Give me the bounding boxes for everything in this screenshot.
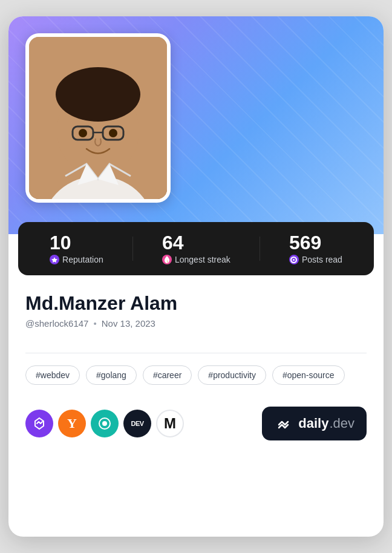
profile-date: Nov 13, 2023 bbox=[102, 318, 155, 329]
tag-webdev[interactable]: #webdev bbox=[25, 365, 80, 385]
posts-value: 569 bbox=[289, 233, 321, 252]
profile-card: 10 Reputation 64 Long bbox=[8, 16, 384, 537]
svg-point-4 bbox=[56, 67, 140, 122]
profile-username: @sherlock6147 bbox=[25, 318, 88, 329]
stat-divider-1 bbox=[132, 237, 133, 261]
stat-streak: 64 Longest streak bbox=[162, 233, 230, 264]
medium-letter: M bbox=[164, 415, 176, 432]
profile-info: Md.Manzer Alam @sherlock6147 • Nov 13, 2… bbox=[8, 275, 384, 341]
avatar bbox=[29, 37, 167, 199]
svg-point-16 bbox=[102, 421, 107, 426]
stat-reputation: 10 Reputation bbox=[50, 233, 103, 264]
streak-text: Longest streak bbox=[175, 255, 230, 264]
profile-name: Md.Manzer Alam bbox=[25, 292, 367, 315]
posts-label: Posts read bbox=[289, 255, 342, 264]
stats-bar: 10 Reputation 64 Long bbox=[18, 222, 374, 275]
stat-posts: 569 Posts read bbox=[289, 233, 342, 264]
reputation-label: Reputation bbox=[50, 255, 103, 264]
hackernews-social-icon[interactable]: Y bbox=[58, 410, 86, 437]
brand-dev: .dev bbox=[329, 416, 354, 431]
brand-badge: daily.dev bbox=[262, 407, 367, 440]
svg-marker-12 bbox=[51, 257, 57, 263]
posts-text: Posts read bbox=[302, 255, 342, 264]
posts-icon bbox=[289, 255, 299, 264]
hero-section bbox=[8, 16, 384, 234]
devto-letter: DEV bbox=[131, 420, 143, 427]
stat-divider-2 bbox=[260, 237, 260, 261]
daily-dev-social-icon[interactable] bbox=[25, 410, 53, 437]
tag-opensource[interactable]: #open-source bbox=[272, 365, 345, 385]
profile-separator: • bbox=[93, 318, 96, 329]
streak-value: 64 bbox=[162, 233, 184, 252]
tag-golang[interactable]: #golang bbox=[86, 365, 137, 385]
streak-label: Longest streak bbox=[162, 255, 230, 264]
devto-social-icon[interactable]: DEV bbox=[123, 410, 151, 437]
brand-logo-icon bbox=[274, 414, 293, 433]
hackernews-letter: Y bbox=[67, 416, 77, 431]
profile-meta: @sherlock6147 • Nov 13, 2023 bbox=[25, 318, 367, 329]
brand-text: daily.dev bbox=[298, 416, 354, 431]
social-footer: Y DEV M bbox=[8, 397, 384, 457]
reputation-icon bbox=[50, 255, 59, 264]
svg-point-14 bbox=[293, 259, 295, 261]
avatar-wrapper bbox=[25, 33, 171, 203]
section-divider bbox=[25, 353, 367, 353]
svg-point-9 bbox=[109, 129, 117, 137]
hashnode-social-icon[interactable] bbox=[91, 410, 119, 437]
reputation-value: 10 bbox=[50, 233, 71, 252]
reputation-text: Reputation bbox=[62, 255, 103, 264]
streak-icon bbox=[162, 255, 172, 264]
tag-career[interactable]: #career bbox=[143, 365, 192, 385]
svg-point-8 bbox=[79, 129, 87, 137]
social-icons: Y DEV M bbox=[25, 410, 184, 437]
medium-social-icon[interactable]: M bbox=[156, 410, 184, 437]
brand-daily: daily bbox=[298, 416, 328, 431]
tags-section: #webdev #golang #career #productivity #o… bbox=[8, 365, 384, 397]
tag-productivity[interactable]: #productivity bbox=[198, 365, 266, 385]
